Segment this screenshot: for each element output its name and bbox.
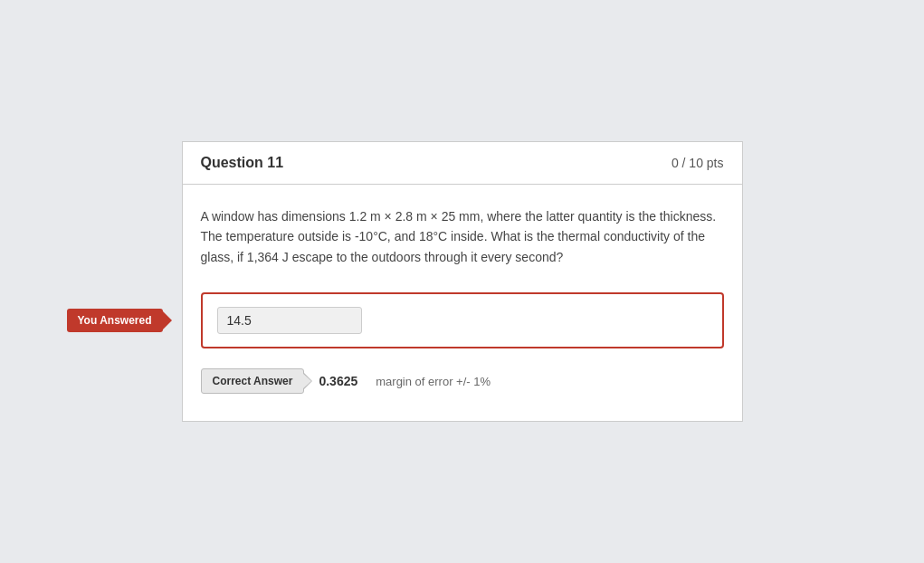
answer-section: You Answered 14.5: [201, 292, 724, 348]
margin-of-error: margin of error +/- 1%: [376, 375, 491, 388]
question-card: Question 11 0 / 10 pts A window has dime…: [182, 141, 743, 422]
points-label: 0 / 10 pts: [672, 156, 724, 170]
correct-answer-section: Correct Answer 0.3625 margin of error +/…: [201, 368, 724, 394]
correct-answer-value: 0.3625: [319, 374, 357, 388]
answer-box: 14.5: [201, 292, 724, 348]
page-wrapper: Question 11 0 / 10 pts A window has dime…: [0, 0, 924, 563]
card-header: Question 11 0 / 10 pts: [183, 142, 742, 185]
you-answered-badge: You Answered: [67, 309, 163, 332]
answer-input-display: 14.5: [217, 307, 362, 334]
question-title: Question 11: [201, 155, 284, 171]
question-text: A window has dimensions 1.2 m × 2.8 m × …: [201, 206, 724, 267]
correct-answer-badge: Correct Answer: [201, 368, 305, 394]
card-body: A window has dimensions 1.2 m × 2.8 m × …: [183, 185, 742, 421]
